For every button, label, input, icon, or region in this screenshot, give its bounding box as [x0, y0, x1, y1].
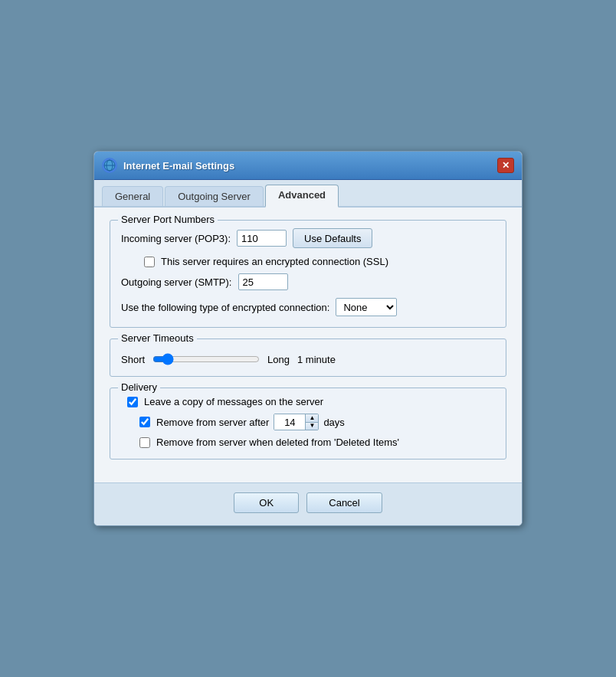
remove-after-row: Remove from server after ▲ ▼ days: [139, 414, 495, 430]
spinbox-up-button[interactable]: ▲: [306, 414, 318, 423]
outgoing-server-input[interactable]: [238, 273, 288, 290]
remove-after-label: Remove from server after: [156, 417, 269, 428]
tab-outgoing-server[interactable]: Outgoing Server: [165, 186, 264, 206]
incoming-server-input[interactable]: [237, 230, 287, 247]
timeout-slider[interactable]: [152, 353, 260, 365]
days-input[interactable]: [274, 414, 305, 430]
remove-deleted-label: Remove from server when deleted from 'De…: [156, 437, 399, 448]
leave-copy-label: Leave a copy of messages on the server: [144, 396, 323, 407]
server-timeouts-label: Server Timeouts: [118, 332, 197, 344]
remove-after-checkbox[interactable]: [139, 417, 150, 427]
days-label: days: [323, 417, 344, 428]
incoming-server-label: Incoming server (POP3):: [121, 233, 231, 244]
encryption-dropdown: None SSL TLS Auto: [336, 298, 397, 316]
encryption-select[interactable]: None SSL TLS Auto: [336, 298, 397, 316]
cancel-button[interactable]: Cancel: [306, 492, 382, 513]
timeout-value: 1 minute: [297, 354, 336, 365]
ssl-checkbox-row: This server requires an encrypted connec…: [144, 256, 495, 267]
encryption-row: Use the following type of encrypted conn…: [121, 298, 495, 316]
encryption-label: Use the following type of encrypted conn…: [121, 302, 329, 313]
ok-button[interactable]: OK: [234, 492, 299, 513]
timeout-slider-row: Short Long 1 minute: [121, 353, 495, 365]
server-port-section: Server Port Numbers Incoming server (POP…: [110, 220, 506, 328]
delivery-section: Delivery Leave a copy of messages on the…: [110, 388, 506, 460]
spinbox-buttons: ▲ ▼: [305, 414, 318, 430]
leave-copy-checkbox[interactable]: [127, 397, 138, 407]
titlebar: Internet E-mail Settings ✕: [94, 152, 522, 180]
use-defaults-button[interactable]: Use Defaults: [293, 228, 372, 248]
ssl-checkbox[interactable]: [144, 257, 155, 267]
leave-copy-row: Leave a copy of messages on the server: [127, 396, 495, 407]
ssl-checkbox-label: This server requires an encrypted connec…: [161, 256, 388, 267]
close-button[interactable]: ✕: [497, 158, 514, 173]
titlebar-left: Internet E-mail Settings: [102, 158, 234, 173]
days-spinbox: ▲ ▼: [274, 414, 319, 430]
outgoing-server-label: Outgoing server (SMTP):: [121, 276, 232, 288]
window-icon: [102, 158, 117, 173]
remove-deleted-checkbox[interactable]: [139, 437, 150, 448]
spinbox-down-button[interactable]: ▼: [306, 423, 318, 430]
window-title: Internet E-mail Settings: [123, 160, 234, 172]
delivery-label: Delivery: [118, 381, 160, 393]
short-label: Short: [121, 354, 145, 365]
tab-advanced[interactable]: Advanced: [265, 185, 339, 208]
dialog-window: Internet E-mail Settings ✕ General Outgo…: [93, 151, 523, 526]
bottom-bar: OK Cancel: [94, 482, 522, 525]
long-label: Long: [267, 354, 290, 365]
remove-deleted-row: Remove from server when deleted from 'De…: [139, 437, 495, 448]
incoming-server-row: Incoming server (POP3): Use Defaults: [121, 228, 495, 248]
content-area: Server Port Numbers Incoming server (POP…: [94, 208, 522, 482]
server-port-label: Server Port Numbers: [118, 214, 218, 225]
server-timeouts-section: Server Timeouts Short Long 1 minute: [110, 338, 506, 377]
tab-general[interactable]: General: [102, 186, 163, 206]
tabs-bar: General Outgoing Server Advanced: [94, 180, 522, 208]
outgoing-server-row: Outgoing server (SMTP):: [121, 273, 495, 290]
